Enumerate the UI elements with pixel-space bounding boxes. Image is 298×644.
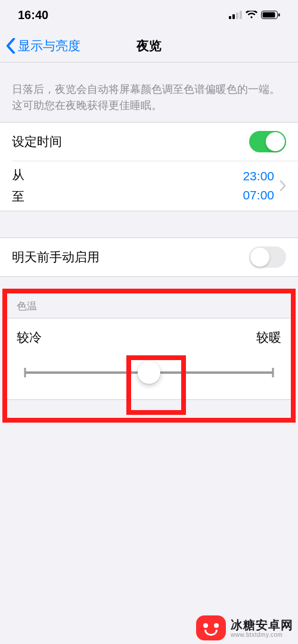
highlight-annotation-inner — [126, 355, 186, 415]
svg-rect-2 — [236, 12, 238, 19]
svg-rect-6 — [278, 14, 280, 17]
time-values: 23:00 07:00 — [243, 167, 274, 205]
watermark-sub: www.btxtdmy.com — [231, 632, 293, 638]
watermark: 冰糖安卓网 www.btxtdmy.com — [188, 612, 298, 644]
battery-icon — [261, 11, 280, 19]
svg-rect-0 — [229, 16, 231, 19]
watermark-logo-icon — [196, 615, 226, 640]
cellular-icon — [229, 11, 242, 19]
temp-header: 色温 — [7, 293, 291, 318]
schedule-group: 设定时间 从 至 23:00 07:00 — [0, 122, 298, 211]
wifi-icon — [246, 11, 257, 19]
chevron-left-icon — [6, 38, 15, 54]
from-label: 从 — [12, 167, 24, 183]
schedule-toggle[interactable] — [249, 131, 286, 152]
back-label: 显示与亮度 — [18, 37, 80, 54]
manual-toggle-label: 明天前手动启用 — [12, 249, 249, 265]
page-title: 夜览 — [136, 37, 162, 54]
from-time: 23:00 — [243, 169, 274, 183]
temp-cold-label: 较冷 — [17, 329, 42, 346]
temp-warm-label: 较暖 — [256, 329, 281, 346]
status-time: 16:40 — [18, 8, 48, 22]
schedule-toggle-label: 设定时间 — [12, 133, 249, 150]
highlight-annotation-outer: 色温 较冷 较暖 — [2, 289, 296, 423]
svg-rect-1 — [232, 14, 235, 19]
watermark-main: 冰糖安卓网 — [231, 618, 293, 632]
manual-toggle[interactable] — [249, 246, 286, 268]
intro-text: 日落后，夜览会自动将屏幕颜色调至色谱偏暖色的一端。这可助您在夜晚获得更佳睡眠。 — [0, 62, 298, 122]
to-time: 07:00 — [243, 188, 274, 202]
schedule-toggle-row: 设定时间 — [0, 123, 298, 161]
chevron-right-icon — [280, 180, 286, 191]
back-button[interactable]: 显示与亮度 — [6, 37, 80, 54]
schedule-time-row[interactable]: 从 至 23:00 07:00 — [0, 161, 298, 211]
svg-rect-5 — [263, 12, 275, 18]
nav-bar: 显示与亮度 夜览 — [0, 30, 298, 62]
time-labels: 从 至 — [12, 167, 24, 205]
manual-toggle-row: 明天前手动启用 — [0, 238, 298, 276]
to-label: 至 — [12, 188, 24, 205]
status-bar: 16:40 — [0, 0, 298, 30]
status-icons — [229, 11, 280, 19]
manual-group: 明天前手动启用 — [0, 237, 298, 277]
svg-rect-3 — [240, 11, 242, 19]
